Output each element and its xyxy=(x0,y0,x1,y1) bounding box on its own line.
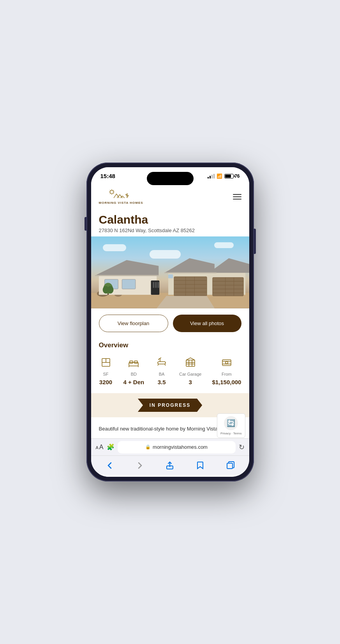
url-bar[interactable]: 🔒 morningvistahomes.com xyxy=(118,441,236,453)
overview-title: Overview xyxy=(99,341,241,349)
stat-sf-label: SF xyxy=(103,372,108,376)
svg-rect-28 xyxy=(155,282,157,288)
svg-line-60 xyxy=(165,364,166,366)
svg-rect-30 xyxy=(174,277,206,296)
hamburger-menu[interactable] xyxy=(233,194,241,200)
stat-ba: BA 3.5 xyxy=(155,355,169,385)
action-buttons: View floorplan View all photos xyxy=(91,308,249,338)
view-floorplan-button[interactable]: View floorplan xyxy=(99,315,168,332)
svg-rect-37 xyxy=(212,278,243,296)
font-large-label: A xyxy=(99,444,104,451)
logo-icon xyxy=(107,189,135,200)
stat-price-label: From xyxy=(222,372,232,376)
logo: MORNING VISTA HOMES xyxy=(99,189,143,205)
hero-image xyxy=(91,236,249,308)
url-text: morningvistahomes.com xyxy=(153,444,208,450)
status-icons: 📶 76 xyxy=(208,173,240,179)
privacy-text: Privacy · Terms xyxy=(220,432,242,435)
svg-rect-71 xyxy=(227,463,233,469)
stat-bd-label: BD xyxy=(131,372,137,376)
property-name: Calantha xyxy=(99,213,241,226)
lock-icon: 🔒 xyxy=(145,444,151,450)
battery-icon: 76 xyxy=(224,173,240,179)
share-button[interactable] xyxy=(161,457,178,474)
svg-rect-61 xyxy=(186,360,195,366)
privacy-badge: 🔄 Privacy · Terms xyxy=(217,413,245,438)
svg-rect-29 xyxy=(157,282,159,288)
stat-price-value: $1,150,000 xyxy=(212,379,241,385)
logo-text: MORNING VISTA HOMES xyxy=(99,201,143,205)
bottom-toolbar xyxy=(91,455,249,475)
phone-screen: 15:48 📶 76 xyxy=(91,167,249,477)
cloud-decoration xyxy=(214,242,234,248)
svg-point-49 xyxy=(107,286,113,294)
svg-rect-27 xyxy=(153,282,154,288)
bookmarks-button[interactable] xyxy=(192,457,209,474)
cloud-decoration xyxy=(103,244,126,251)
garage-icon xyxy=(183,355,197,369)
stat-garage: Car Garage 3 xyxy=(179,355,201,385)
floorplan-icon xyxy=(99,355,113,369)
progress-label: IN PROGRESS xyxy=(138,399,202,412)
svg-rect-58 xyxy=(158,362,166,364)
dynamic-island xyxy=(147,172,194,185)
stat-garage-label: Car Garage xyxy=(179,372,201,376)
home-indicator xyxy=(91,475,249,477)
stat-ba-label: BA xyxy=(159,372,165,376)
svg-marker-19 xyxy=(95,260,158,276)
svg-marker-45 xyxy=(157,296,215,308)
svg-point-0 xyxy=(110,190,113,194)
stat-bd-value: 4 + Den xyxy=(123,379,144,385)
svg-marker-21 xyxy=(209,258,249,273)
stats-grid: SF 3200 BD 4 + Den xyxy=(99,355,241,385)
phone-frame: 15:48 📶 76 xyxy=(86,163,254,481)
svg-line-5 xyxy=(110,190,110,191)
stat-sf: SF 3200 xyxy=(99,355,113,385)
stat-bd: BD 4 + Den xyxy=(123,355,144,385)
font-small-label: A xyxy=(96,445,99,450)
stat-price: From $1,150,000 xyxy=(212,355,241,385)
svg-line-7 xyxy=(113,190,113,191)
recaptcha-icon: 🔄 xyxy=(224,416,238,430)
reload-button[interactable]: ↻ xyxy=(239,443,245,452)
bath-icon xyxy=(155,355,169,369)
property-address: 27830 N 162Nd Way, Scottsdale AZ 85262 xyxy=(99,228,241,233)
overview-section: Overview SF 3200 xyxy=(91,338,249,390)
signal-icon xyxy=(208,174,215,178)
extensions-icon[interactable]: 🧩 xyxy=(107,443,115,451)
stat-ba-value: 3.5 xyxy=(158,379,166,385)
stat-garage-value: 3 xyxy=(189,379,192,385)
svg-rect-54 xyxy=(130,361,133,363)
property-title-section: Calantha 27830 N 162Nd Way, Scottsdale A… xyxy=(91,208,249,236)
view-photos-button[interactable]: View all photos xyxy=(173,315,241,332)
svg-rect-66 xyxy=(222,360,231,366)
svg-line-59 xyxy=(158,364,159,366)
svg-point-69 xyxy=(225,362,228,364)
site-header: MORNING VISTA HOMES xyxy=(91,182,249,208)
bed-icon xyxy=(127,355,141,369)
status-time: 15:48 xyxy=(100,173,115,179)
font-controls[interactable]: A A xyxy=(96,444,104,451)
house-illustration xyxy=(91,254,249,308)
price-icon xyxy=(220,355,234,369)
browser-bar: A A 🧩 🔒 morningvistahomes.com ↻ xyxy=(91,438,249,455)
page-content: MORNING VISTA HOMES Calantha 27830 N 162… xyxy=(91,182,249,438)
svg-line-8 xyxy=(110,193,110,194)
svg-rect-55 xyxy=(134,361,137,363)
wifi-icon: 📶 xyxy=(217,173,222,179)
stat-sf-value: 3200 xyxy=(99,379,112,385)
svg-marker-20 xyxy=(164,258,215,273)
tabs-button[interactable] xyxy=(222,457,239,474)
svg-rect-25 xyxy=(122,280,136,289)
forward-button[interactable] xyxy=(131,457,148,474)
svg-rect-44 xyxy=(168,275,173,278)
svg-line-6 xyxy=(113,193,113,194)
back-button[interactable] xyxy=(101,457,118,474)
